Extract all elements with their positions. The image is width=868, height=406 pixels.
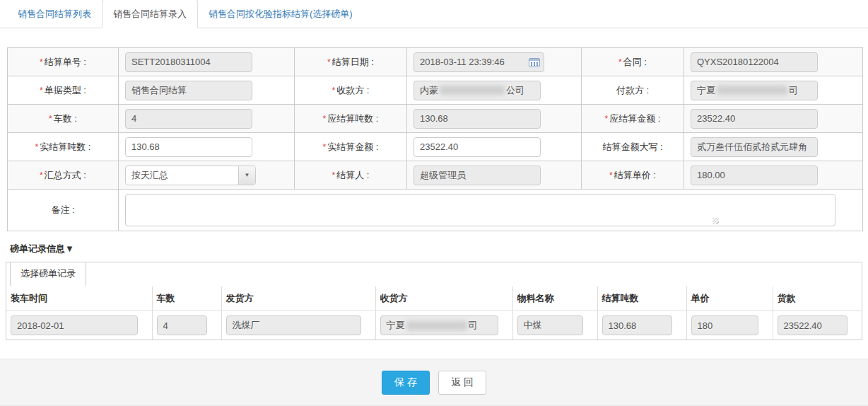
summary-mode-select[interactable]: 按天汇总 ▼ — [125, 166, 256, 185]
required-asterisk: * — [40, 86, 43, 95]
col-consignee: 收货方 — [375, 286, 512, 311]
required-asterisk: * — [332, 86, 336, 95]
back-button[interactable]: 返回 — [438, 371, 486, 395]
due-amount-label: *应结算金额 : — [582, 105, 684, 133]
record-amount: 23522.40 — [778, 315, 848, 335]
settlement-form: *结算单号 : *结算日期 : *合同 : *单据类型 : *收款方 : 内蒙公… — [7, 47, 863, 231]
required-asterisk: * — [332, 170, 336, 180]
amount-in-words-input — [691, 137, 818, 157]
required-asterisk: * — [40, 57, 43, 67]
due-tons-input — [414, 109, 541, 129]
record-unit-price: 180 — [691, 315, 758, 335]
record-load-time: 2018-02-01 — [11, 315, 138, 335]
required-asterisk: * — [40, 170, 43, 180]
actual-amount-input[interactable] — [414, 137, 541, 157]
save-button[interactable]: 保存 — [382, 371, 430, 395]
settlement-no-input — [125, 52, 252, 72]
record-shipper: 洗煤厂 — [226, 315, 361, 335]
payer-label: 付款方 : — [582, 76, 684, 105]
redacted-text — [717, 86, 787, 95]
table-row: 2018-02-01 4 洗煤厂 宁夏司 中煤 130.68 180 23522… — [6, 311, 862, 340]
payee-input: 内蒙公司 — [414, 81, 541, 100]
record-material: 中煤 — [517, 315, 583, 335]
record-consignee: 宁夏司 — [380, 315, 498, 335]
actual-amount-label: *实结算金额 : — [295, 133, 407, 161]
col-shipper: 发货方 — [221, 286, 375, 311]
actual-tons-input[interactable] — [125, 137, 252, 157]
weighing-records-panel: 选择磅单记录 装车时间 车数 发货方 收货方 物料名称 结算吨数 单价 货款 2… — [6, 262, 862, 340]
col-unit-price: 单价 — [686, 286, 773, 311]
actual-tons-label: *实结算吨数 : — [8, 133, 119, 161]
weighing-records-table: 装车时间 车数 发货方 收货方 物料名称 结算吨数 单价 货款 2018-02-… — [6, 286, 862, 340]
unit-price-input — [691, 166, 818, 185]
due-tons-label: *应结算吨数 : — [295, 105, 407, 133]
required-asterisk: * — [605, 114, 609, 124]
redacted-text — [406, 321, 467, 330]
tab-bar: 销售合同结算列表 销售合同结算录入 销售合同按化验指标结算(选择磅单) — [0, 0, 868, 28]
required-asterisk: * — [618, 57, 622, 67]
pick-weighing-records-button[interactable]: 选择磅单记录 — [10, 262, 86, 286]
weighing-records-title: 磅单记录信息▼ — [10, 243, 868, 255]
payer-input: 宁夏司 — [691, 81, 818, 100]
summary-mode-label: *汇总方式 : — [8, 161, 119, 190]
contract-input — [691, 52, 818, 72]
chevron-down-icon[interactable]: ▼ — [238, 166, 255, 185]
redacted-text — [440, 86, 505, 95]
payee-label: *收款方 : — [295, 76, 407, 105]
due-amount-input — [691, 109, 818, 129]
tab-settlement-entry[interactable]: 销售合同结算录入 — [102, 0, 198, 28]
col-load-time: 装车时间 — [6, 286, 152, 311]
resize-handle[interactable] — [712, 218, 719, 224]
required-asterisk: * — [323, 114, 327, 124]
settlement-no-label: *结算单号 : — [8, 48, 119, 76]
doc-type-label: *单据类型 : — [8, 76, 119, 105]
settler-input — [414, 166, 541, 185]
col-material: 物料名称 — [512, 286, 597, 311]
vehicle-count-label: *车数 : — [8, 105, 119, 133]
calendar-icon[interactable] — [529, 57, 540, 67]
amount-in-words-label: 结算金额大写 : — [582, 133, 684, 161]
doc-type-input — [125, 81, 252, 100]
record-tons: 130.68 — [602, 315, 672, 335]
col-tons: 结算吨数 — [597, 286, 686, 311]
remarks-label: 备注 : — [8, 190, 119, 231]
required-asterisk: * — [35, 142, 39, 152]
settler-label: *结算人 : — [295, 161, 407, 190]
settlement-date-label: *结算日期 : — [295, 48, 407, 76]
required-asterisk: * — [323, 142, 327, 152]
record-vehicle-count: 4 — [157, 315, 207, 335]
settlement-date-input — [414, 52, 544, 72]
col-vehicle-count: 车数 — [152, 286, 221, 311]
remarks-textarea[interactable] — [125, 194, 835, 226]
tab-assay-settlement[interactable]: 销售合同按化验指标结算(选择磅单) — [198, 0, 363, 28]
required-asterisk: * — [327, 57, 331, 67]
action-bar: 保存 返回 — [0, 359, 868, 406]
required-asterisk: * — [609, 170, 613, 180]
unit-price-label: *结算单价 : — [582, 161, 684, 190]
vehicle-count-input — [125, 109, 252, 129]
tab-settlement-list[interactable]: 销售合同结算列表 — [7, 0, 102, 28]
required-asterisk: * — [49, 114, 52, 124]
contract-label: *合同 : — [582, 48, 684, 76]
col-amount: 货款 — [773, 286, 862, 311]
